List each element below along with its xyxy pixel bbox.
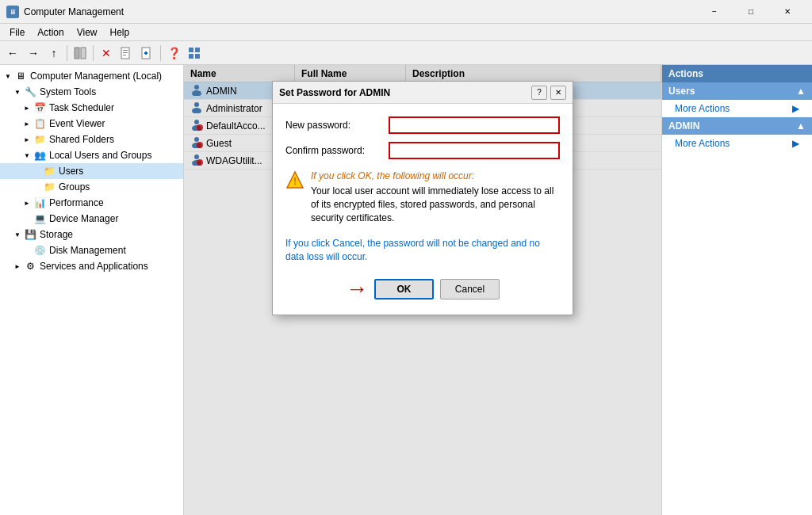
tree-label-disk: Disk Management [49, 245, 126, 256]
dialog-buttons: → OK Cancel [285, 273, 560, 302]
cancel-button[interactable]: Cancel [440, 279, 500, 299]
menu-help[interactable]: Help [104, 25, 136, 40]
actions-item-users-more[interactable]: More Actions ▶ [662, 100, 812, 117]
tree-item-device-manager[interactable]: ► 💻 Device Manager [0, 211, 183, 227]
actions-panel-header: Actions [662, 65, 812, 82]
tree-toggle-stor[interactable]: ▼ [13, 230, 22, 239]
new-button[interactable] [138, 44, 157, 63]
menu-action[interactable]: Action [31, 25, 70, 40]
menu-file[interactable]: File [3, 25, 31, 40]
tree-toggle-perf[interactable]: ► [22, 198, 32, 208]
tree-item-computer-management[interactable]: ▼ 🖥 Computer Management (Local) [0, 68, 183, 84]
svg-rect-4 [123, 52, 128, 53]
ok-button[interactable]: OK [374, 279, 434, 299]
new-password-field: New password: [285, 116, 560, 134]
back-button[interactable]: ← [3, 44, 22, 63]
actions-section-users-label: Users [668, 86, 695, 97]
computer-icon: 🖥 [14, 70, 27, 82]
right-panel: Actions Users ▲ More Actions ▶ ADMIN ▲ M… [661, 65, 812, 515]
tree-item-system-tools[interactable]: ▼ 🔧 System Tools [0, 84, 183, 100]
tree-label-lu: Local Users and Groups [49, 150, 151, 161]
warning-box: ! If you click OK, the following will oc… [285, 167, 560, 227]
tree-item-services[interactable]: ► ⚙ Services and Applications [0, 258, 183, 274]
view-button[interactable] [185, 44, 204, 63]
actions-section-users-chevron: ▲ [796, 86, 806, 97]
actions-item-users-more-arrow: ▶ [792, 103, 799, 114]
confirm-password-input[interactable] [389, 142, 560, 159]
actions-item-admin-more-label: More Actions [675, 138, 730, 149]
svg-rect-1 [81, 48, 86, 59]
tree-item-local-users[interactable]: ▼ 👥 Local Users and Groups [0, 147, 183, 163]
tree-item-storage[interactable]: ▼ 💾 Storage [0, 227, 183, 242]
tree-label-storage: Storage [40, 229, 73, 240]
main-layout: ▼ 🖥 Computer Management (Local) ▼ 🔧 Syst… [0, 65, 812, 515]
svg-rect-9 [189, 48, 193, 52]
device-manager-icon: 💻 [33, 212, 46, 225]
tree-item-disk-management[interactable]: ► 💿 Disk Management [0, 242, 183, 258]
tree-label-sf: Shared Folders [49, 134, 114, 145]
delete-button[interactable]: ✕ [97, 44, 116, 63]
dialog-titlebar: Set Password for ADMIN ? ✕ [273, 82, 573, 104]
tree-toggle-st[interactable]: ▼ [13, 87, 22, 97]
performance-icon: 📊 [33, 196, 46, 209]
tree-label-svc: Services and Applications [40, 261, 148, 272]
tree-panel: ▼ 🖥 Computer Management (Local) ▼ 🔧 Syst… [0, 65, 184, 515]
tree-item-users[interactable]: ► 📁 Users [0, 163, 183, 179]
help-button[interactable]: ❓ [164, 44, 183, 63]
confirm-password-label: Confirm password: [285, 145, 389, 156]
actions-item-admin-more[interactable]: More Actions ▶ [662, 135, 812, 152]
close-button[interactable]: ✕ [769, 0, 806, 24]
app-icon: 🖥 [6, 6, 19, 18]
tree-item-shared-folders[interactable]: ► 📁 Shared Folders [0, 132, 183, 147]
cancel-info-text: If you click Cancel, the password will n… [285, 238, 540, 262]
actions-item-admin-more-arrow: ▶ [792, 138, 799, 149]
svg-rect-12 [195, 54, 200, 59]
dialog-title: Set Password for ADMIN [279, 87, 531, 98]
dialog-help-button[interactable]: ? [531, 86, 547, 100]
tree-toggle-cm[interactable]: ▼ [3, 71, 13, 81]
tree-label-st: System Tools [40, 86, 96, 97]
toolbar: ← → ↑ ✕ ❓ [0, 41, 812, 65]
dialog-overlay: Set Password for ADMIN ? ✕ New password: [184, 65, 661, 515]
services-icon: ⚙ [24, 260, 36, 273]
tree-item-groups[interactable]: ► 📁 Groups [0, 179, 183, 195]
task-scheduler-icon: 📅 [33, 101, 46, 114]
tree-item-event-viewer[interactable]: ► 📋 Event Viewer [0, 116, 183, 132]
warning-primary-text: If you click OK, the following will occu… [311, 170, 560, 181]
tree-toggle-lu[interactable]: ▼ [22, 151, 32, 160]
dialog-close-button[interactable]: ✕ [550, 86, 566, 100]
center-panel: Name Full Name Description ADMIN [184, 65, 661, 515]
cancel-info: If you click Cancel, the password will n… [285, 237, 560, 264]
set-password-dialog: Set Password for ADMIN ? ✕ New password: [272, 81, 573, 315]
dialog-content: New password: Confirm password: ! [273, 104, 573, 315]
disk-mgmt-icon: 💿 [33, 244, 46, 257]
tree-label-groups: Groups [59, 181, 90, 193]
svg-rect-10 [195, 48, 200, 52]
window-title: Computer Management [24, 6, 696, 17]
menu-view[interactable]: View [71, 25, 104, 40]
tree-label-cm: Computer Management (Local) [30, 71, 162, 82]
tree-toggle-svc[interactable]: ► [13, 261, 22, 271]
confirm-password-field: Confirm password: [285, 142, 560, 159]
tree-toggle-ev[interactable]: ► [22, 119, 32, 128]
properties-button[interactable] [117, 44, 136, 63]
toolbar-separator-1 [67, 45, 67, 61]
groups-folder-icon: 📁 [43, 181, 56, 193]
storage-icon: 💾 [24, 228, 36, 241]
maximize-button[interactable]: □ [733, 0, 769, 24]
svg-rect-3 [123, 50, 128, 51]
new-password-input[interactable] [389, 116, 560, 134]
local-users-icon: 👥 [33, 149, 46, 162]
tree-item-task-scheduler[interactable]: ► 📅 Task Scheduler [0, 100, 183, 116]
forward-button[interactable]: → [24, 44, 43, 63]
actions-item-users-more-label: More Actions [675, 103, 730, 114]
tree-toggle-ts[interactable]: ► [22, 103, 32, 113]
tree-toggle-sf[interactable]: ► [22, 135, 32, 144]
show-hide-button[interactable] [71, 44, 90, 63]
event-viewer-icon: 📋 [33, 117, 46, 130]
tree-label-perf: Performance [49, 197, 104, 208]
svg-rect-5 [123, 55, 126, 55]
minimize-button[interactable]: − [696, 0, 733, 24]
tree-item-performance[interactable]: ► 📊 Performance [0, 195, 183, 211]
up-button[interactable]: ↑ [44, 44, 63, 63]
